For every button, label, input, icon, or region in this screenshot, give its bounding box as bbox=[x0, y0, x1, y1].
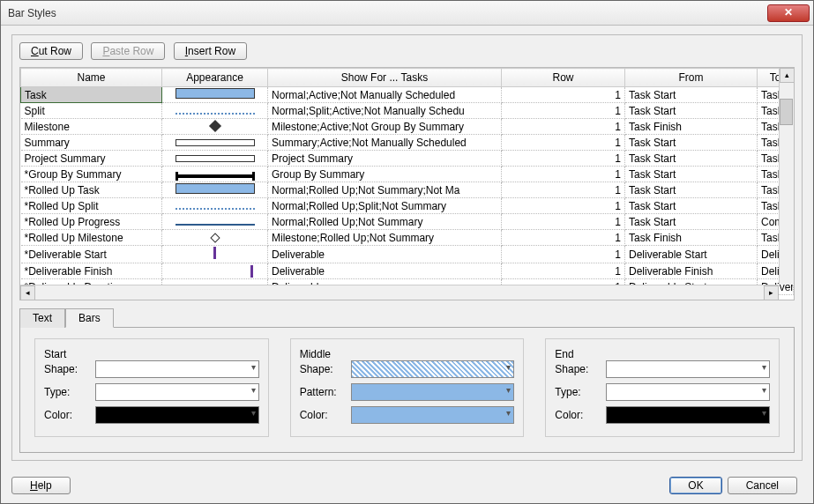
cell-row[interactable]: 1 bbox=[502, 182, 625, 198]
cell-show[interactable]: Normal;Split;Active;Not Manually Schedu bbox=[268, 103, 502, 119]
horizontal-scrollbar[interactable]: ◂ ▸ bbox=[20, 285, 779, 300]
cell-from[interactable]: Task Finish bbox=[625, 119, 758, 135]
cell-appearance[interactable] bbox=[162, 87, 268, 103]
cell-from[interactable]: Task Start bbox=[625, 167, 758, 182]
cell-show[interactable]: Deliverable bbox=[268, 246, 502, 263]
cell-row[interactable]: 1 bbox=[502, 151, 625, 167]
table-row[interactable]: *Rolled Up TaskNormal;Rolled Up;Not Summ… bbox=[21, 182, 794, 198]
cell-name[interactable]: *Group By Summary bbox=[21, 167, 162, 182]
ok-button[interactable]: OK bbox=[669, 477, 721, 494]
cell-show[interactable]: Normal;Rolled Up;Split;Not Summary bbox=[268, 198, 502, 214]
cell-name[interactable]: *Rolled Up Milestone bbox=[21, 230, 162, 246]
cell-from[interactable]: Task Start bbox=[625, 151, 758, 167]
cell-appearance[interactable] bbox=[162, 119, 268, 135]
table-row[interactable]: *Rolled Up MilestoneMilestone;Rolled Up;… bbox=[21, 230, 794, 246]
start-shape-combo[interactable] bbox=[95, 360, 259, 378]
cell-appearance[interactable] bbox=[162, 135, 268, 151]
table-row[interactable]: SplitNormal;Split;Active;Not Manually Sc… bbox=[21, 103, 794, 119]
cell-from[interactable]: Task Start bbox=[625, 198, 758, 214]
scroll-left-icon[interactable]: ◂ bbox=[20, 285, 35, 300]
cell-show[interactable]: Milestone;Rolled Up;Not Summary bbox=[268, 230, 502, 246]
cancel-button[interactable]: Cancel bbox=[728, 477, 797, 494]
cell-from[interactable]: Task Start bbox=[625, 214, 758, 230]
cell-name[interactable]: Milestone bbox=[21, 119, 162, 135]
table-row[interactable]: *Group By SummaryGroup By Summary1Task S… bbox=[21, 167, 794, 182]
cell-appearance[interactable] bbox=[162, 198, 268, 214]
cell-appearance[interactable] bbox=[162, 167, 268, 182]
table-row[interactable]: *Rolled Up ProgressNormal;Rolled Up;Not … bbox=[21, 214, 794, 230]
cell-name[interactable]: *Rolled Up Split bbox=[21, 198, 162, 214]
tab-text[interactable]: Text bbox=[19, 308, 65, 328]
tab-bars[interactable]: Bars bbox=[65, 308, 114, 328]
cell-row[interactable]: 1 bbox=[502, 198, 625, 214]
cell-row[interactable]: 1 bbox=[502, 246, 625, 263]
cell-name[interactable]: *Deliverable Finish bbox=[21, 263, 162, 279]
cell-appearance[interactable] bbox=[162, 214, 268, 230]
cell-name[interactable]: Project Summary bbox=[21, 151, 162, 167]
cell-from[interactable]: Task Start bbox=[625, 135, 758, 151]
col-show[interactable]: Show For ... Tasks bbox=[268, 69, 502, 87]
cell-name[interactable]: Summary bbox=[21, 135, 162, 151]
end-color-combo[interactable] bbox=[606, 406, 770, 424]
cell-from[interactable]: Deliverable Finish bbox=[625, 263, 758, 279]
insert-row-button[interactable]: Insert Row bbox=[174, 42, 247, 60]
cell-from[interactable]: Task Start bbox=[625, 182, 758, 198]
cell-from[interactable]: Task Start bbox=[625, 103, 758, 119]
cell-name[interactable]: Task bbox=[21, 87, 162, 103]
vertical-scrollbar[interactable]: ▴ bbox=[779, 68, 794, 285]
start-type-combo[interactable] bbox=[95, 383, 259, 401]
cell-name[interactable]: *Deliverable Start bbox=[21, 246, 162, 263]
col-name[interactable]: Name bbox=[21, 69, 162, 87]
middle-pattern-combo[interactable] bbox=[351, 383, 515, 401]
cell-row[interactable]: 1 bbox=[502, 135, 625, 151]
cell-row[interactable]: 1 bbox=[502, 87, 625, 103]
cell-show[interactable]: Normal;Rolled Up;Not Summary;Not Ma bbox=[268, 182, 502, 198]
scroll-right-icon[interactable]: ▸ bbox=[764, 285, 779, 300]
end-shape-combo[interactable] bbox=[606, 360, 770, 378]
cell-show[interactable]: Milestone;Active;Not Group By Summary bbox=[268, 119, 502, 135]
start-color-combo[interactable] bbox=[95, 406, 259, 424]
cell-appearance[interactable] bbox=[162, 246, 268, 263]
cell-show[interactable]: Summary;Active;Not Manually Scheduled bbox=[268, 135, 502, 151]
cell-row[interactable]: 1 bbox=[502, 103, 625, 119]
col-from[interactable]: From bbox=[625, 69, 758, 87]
scroll-thumb[interactable] bbox=[780, 99, 793, 125]
help-button[interactable]: Help bbox=[11, 477, 71, 494]
cell-name[interactable]: Split bbox=[21, 103, 162, 119]
cell-show[interactable]: Normal;Rolled Up;Not Summary bbox=[268, 214, 502, 230]
cell-row[interactable]: 1 bbox=[502, 263, 625, 279]
cell-appearance[interactable] bbox=[162, 151, 268, 167]
table-row[interactable]: TaskNormal;Active;Not Manually Scheduled… bbox=[21, 87, 794, 103]
cell-show[interactable]: Deliverable bbox=[268, 263, 502, 279]
col-appearance[interactable]: Appearance bbox=[162, 69, 268, 87]
table-row[interactable]: *Deliverable FinishDeliverable1Deliverab… bbox=[21, 263, 794, 279]
bar-styles-table[interactable]: Name Appearance Show For ... Tasks Row F… bbox=[20, 68, 794, 295]
scroll-up-icon[interactable]: ▴ bbox=[780, 68, 795, 83]
paste-row-button[interactable]: Paste Row bbox=[91, 42, 165, 60]
cut-row-button[interactable]: Cut Row bbox=[19, 42, 83, 60]
cell-from[interactable]: Task Start bbox=[625, 87, 758, 103]
cell-show[interactable]: Project Summary bbox=[268, 151, 502, 167]
end-type-combo[interactable] bbox=[606, 383, 770, 401]
table-row[interactable]: MilestoneMilestone;Active;Not Group By S… bbox=[21, 119, 794, 135]
cell-appearance[interactable] bbox=[162, 263, 268, 279]
close-button[interactable]: ✕ bbox=[767, 4, 810, 22]
table-row[interactable]: SummarySummary;Active;Not Manually Sched… bbox=[21, 135, 794, 151]
cell-appearance[interactable] bbox=[162, 103, 268, 119]
cell-from[interactable]: Deliverable Start bbox=[625, 246, 758, 263]
cell-show[interactable]: Group By Summary bbox=[268, 167, 502, 182]
middle-color-combo[interactable] bbox=[351, 406, 515, 424]
cell-row[interactable]: 1 bbox=[502, 119, 625, 135]
cell-from[interactable]: Task Finish bbox=[625, 230, 758, 246]
table-row[interactable]: *Deliverable StartDeliverable1Deliverabl… bbox=[21, 246, 794, 263]
cell-row[interactable]: 1 bbox=[502, 214, 625, 230]
cell-appearance[interactable] bbox=[162, 230, 268, 246]
cell-show[interactable]: Normal;Active;Not Manually Scheduled bbox=[268, 87, 502, 103]
cell-name[interactable]: *Rolled Up Progress bbox=[21, 214, 162, 230]
cell-appearance[interactable] bbox=[162, 182, 268, 198]
cell-row[interactable]: 1 bbox=[502, 230, 625, 246]
cell-row[interactable]: 1 bbox=[502, 167, 625, 182]
middle-shape-combo[interactable] bbox=[351, 360, 515, 378]
table-row[interactable]: *Rolled Up SplitNormal;Rolled Up;Split;N… bbox=[21, 198, 794, 214]
cell-name[interactable]: *Rolled Up Task bbox=[21, 182, 162, 198]
